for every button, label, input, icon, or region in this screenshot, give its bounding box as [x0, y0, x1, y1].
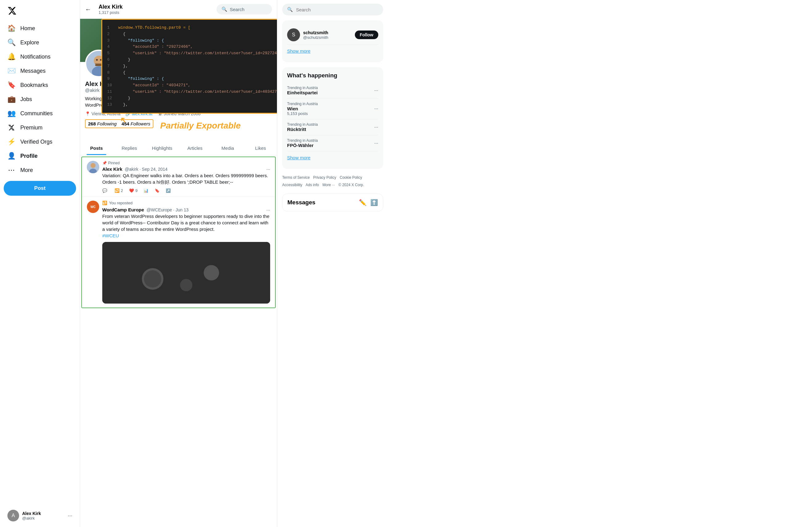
table-row: 📌 Pinned Alex Kirk @akirk · Sep 24, 2014… [82, 157, 275, 197]
post-button[interactable]: Post [4, 181, 76, 196]
trend-name: Rücktritt [287, 127, 318, 132]
sidebar-item-notifications[interactable]: 🔔 Notifications [4, 49, 76, 64]
analytics-button[interactable]: 📊 [144, 188, 148, 193]
follow-user-item: S schutzsmith @schutzsmith Follow [287, 25, 378, 45]
accessibility-link[interactable]: Accessibility [282, 183, 302, 187]
cookie-link[interactable]: Cookie Policy [340, 175, 362, 180]
line-number: 3 [107, 38, 113, 44]
hashtag-link[interactable]: #WCEU [102, 233, 119, 238]
code-text: }, [118, 102, 128, 108]
code-text: "userLink" : "https://twitter.com/intent… [118, 89, 277, 95]
trend-name: Einheitspartei [287, 90, 318, 95]
topbar-post-count: 1,317 posts [99, 10, 122, 15]
messages-title: Messages [287, 199, 316, 206]
x-logo[interactable] [4, 2, 76, 20]
expand-messages-icon[interactable]: ⬆️ [370, 199, 378, 206]
follow-button[interactable]: Follow [355, 30, 378, 39]
user-menu-dots[interactable]: ··· [68, 513, 72, 519]
share-button[interactable]: ↗️ [166, 188, 171, 193]
sidebar-item-label: Communities [20, 110, 53, 117]
lightning-icon: ⚡ [8, 138, 15, 146]
more-footer-link[interactable]: More ··· [322, 183, 335, 187]
trend-item-1[interactable]: Trending in Austria Einheitspartei ··· [287, 83, 378, 99]
trend-item-4[interactable]: Trending in Austria FPÖ-Wähler ··· [287, 135, 378, 151]
search-icon: 🔍 [287, 7, 293, 12]
pin-icon: 📌 [102, 161, 107, 165]
tab-highlights[interactable]: Highlights [146, 141, 179, 155]
sidebar-item-jobs[interactable]: 💼 Jobs [4, 92, 76, 106]
jobs-icon: 💼 [8, 95, 15, 103]
code-text: "following" : { [118, 76, 164, 82]
like-button[interactable]: ❤️ 9 [129, 188, 137, 193]
chart-icon: 📊 [144, 188, 148, 193]
code-line: 8 { [107, 70, 274, 76]
ads-info-link[interactable]: Ads info [306, 183, 319, 187]
tweet-text: Variation: QA Engineer walks into a bar.… [102, 172, 270, 185]
topbar-search[interactable]: 🔍 Search [217, 4, 272, 14]
show-more-trending[interactable]: Show more [287, 151, 378, 164]
bookmark-tweet-button[interactable]: 🔖 [155, 188, 160, 193]
code-line: 3 "following" : { [107, 38, 274, 44]
code-line: 9 "following" : { [107, 76, 274, 82]
sidebar-item-verified-orgs[interactable]: ⚡ Verified Orgs [4, 135, 76, 149]
sidebar-user[interactable]: A Alex Kirk @akirk ··· [4, 507, 76, 525]
sidebar-item-more[interactable]: ⋯ More [4, 163, 76, 177]
search-input[interactable] [296, 7, 378, 12]
compose-message-icon[interactable]: ✏️ [359, 199, 366, 206]
reply-icon: 💬 [102, 188, 107, 193]
sidebar-item-explore[interactable]: 🔍 Explore [4, 35, 76, 49]
tab-posts[interactable]: Posts [80, 141, 113, 155]
code-text: window.YTD.following.part0 = [ [118, 25, 190, 31]
svg-rect-9 [102, 242, 270, 303]
tweet-header: Alex Kirk @akirk · Sep 24, 2014 ··· [102, 167, 270, 172]
trend-more-icon[interactable]: ··· [374, 88, 378, 94]
tweet-more-icon[interactable]: ··· [266, 167, 270, 172]
retweet-button[interactable]: 🔁 2 [115, 188, 123, 193]
trend-more-icon[interactable]: ··· [374, 141, 378, 146]
sidebar-item-messages[interactable]: ✉️ Messages [4, 64, 76, 78]
sidebar-item-profile[interactable]: 👤 Profile [4, 149, 76, 163]
home-icon: 🏠 [8, 24, 15, 32]
retweet-count: 2 [121, 188, 123, 193]
tweet-more-icon[interactable]: ··· [266, 207, 270, 212]
sidebar-item-home[interactable]: 🏠 Home [4, 21, 76, 35]
sidebar-item-premium[interactable]: Premium [4, 120, 76, 135]
tweet-author: Alex Kirk [102, 167, 122, 172]
tab-articles[interactable]: Articles [179, 141, 212, 155]
tweet-meta: @WCEurope · Jun 13 [145, 208, 189, 212]
trend-more-icon[interactable]: ··· [374, 106, 378, 112]
tweet-text: From veteran WordPress developers to beg… [102, 213, 270, 239]
back-button[interactable]: ← [85, 6, 91, 13]
profile-topbar: ← Alex Kirk 1,317 posts 🔍 Search [80, 0, 277, 19]
more-icon: ⋯ [8, 166, 15, 174]
code-line: 7 }, [107, 63, 274, 70]
sidebar-item-communities[interactable]: 👥 Communities [4, 106, 76, 120]
sidebar-item-bookmarks[interactable]: 🔖 Bookmarks [4, 78, 76, 92]
line-number: 2 [107, 31, 113, 38]
communities-icon: 👥 [8, 110, 15, 117]
trend-item-3[interactable]: Trending in Austria Rücktritt ··· [287, 119, 378, 135]
trend-category: Trending in Austria [287, 138, 318, 143]
code-line: 6 } [107, 57, 274, 63]
thumbs-up-emoji: 👍 [275, 179, 277, 193]
tab-likes[interactable]: Likes [244, 141, 277, 155]
reply-button[interactable]: 💬 [102, 188, 108, 193]
sidebar-item-label: Messages [20, 68, 46, 74]
search-bar[interactable]: 🔍 [282, 4, 383, 15]
sidebar-item-label: Profile [20, 153, 38, 159]
code-line: 12 } [107, 95, 274, 102]
sidebar-item-label: Notifications [20, 54, 50, 60]
bookmark-icon: 🔖 [8, 81, 15, 89]
show-more-who-to-follow[interactable]: Show more [287, 45, 378, 57]
tab-media[interactable]: Media [211, 141, 244, 155]
footer-links: Terms of Service Privacy Policy Cookie P… [282, 174, 383, 189]
terms-link[interactable]: Terms of Service [282, 175, 309, 180]
following-count[interactable]: 268 Following [88, 121, 117, 126]
avatar: A [8, 510, 19, 522]
code-overlay: 1 window.YTD.following.part0 = [ 2 { 3 "… [101, 19, 277, 114]
tab-replies[interactable]: Replies [113, 141, 146, 155]
trend-more-icon[interactable]: ··· [374, 125, 378, 130]
trend-item-2[interactable]: Trending in Austria Wien 5,153 posts ··· [287, 99, 378, 119]
privacy-link[interactable]: Privacy Policy [313, 175, 336, 180]
svg-point-7 [90, 163, 96, 168]
